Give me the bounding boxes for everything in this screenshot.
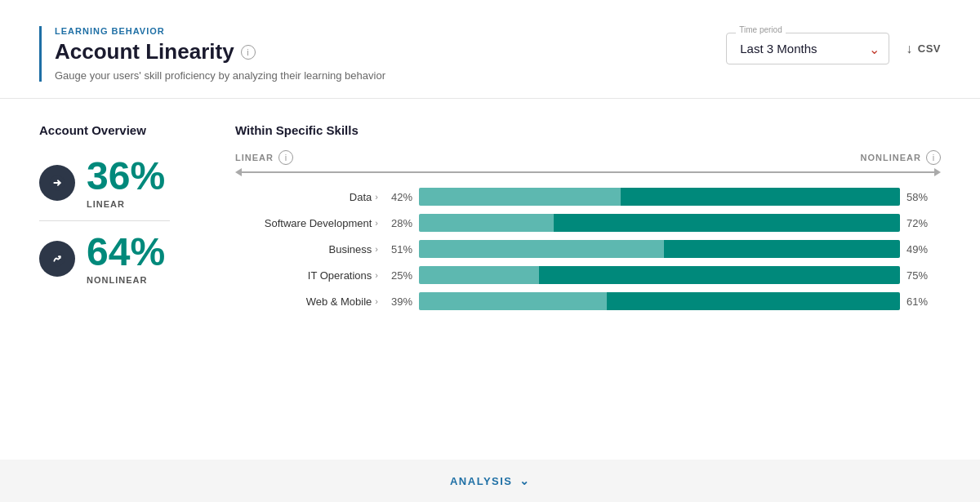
nonlinear-pct-0: 58% (906, 191, 941, 203)
nonlinear-pct-4: 61% (906, 295, 941, 308)
chart-axis-header: LINEAR i NONLINEAR i (235, 150, 941, 165)
skill-name-4: Web & Mobile (306, 295, 372, 308)
arrow-left-icon (235, 168, 242, 176)
title-info-icon[interactable]: i (241, 45, 256, 60)
nonlinear-pct-2: 49% (906, 243, 941, 255)
linear-pct-0: 42% (378, 191, 412, 203)
bar-linear-segment-3 (419, 266, 539, 284)
bar-linear-segment-0 (419, 188, 621, 206)
linear-label: LINEAR (87, 199, 165, 209)
header-right: Time period Last 3 Months Last Month Las… (726, 33, 941, 64)
nonlinear-icon (39, 241, 75, 277)
skill-name-1: Software Development (265, 217, 372, 229)
nonlinear-info-icon[interactable]: i (926, 150, 941, 165)
bar-nonlinear-segment-3 (539, 266, 900, 284)
page-container: LEARNING BEHAVIOR Account Linearity i Ga… (0, 0, 980, 502)
linear-metric-block: 36% LINEAR (39, 157, 203, 209)
csv-button[interactable]: ↓ CSV (906, 42, 941, 56)
nonlinear-metric-block: 64% NONLINEAR (39, 233, 203, 285)
time-period-select[interactable]: Last 3 Months Last Month Last 6 Months L… (726, 33, 889, 64)
csv-label: CSV (918, 42, 941, 55)
linear-pct-1: 28% (378, 217, 412, 229)
bar-linear-segment-4 (419, 292, 607, 310)
time-period-label: Time period (736, 25, 785, 34)
bar-chart: Data › 42% 58% Software Development › 28… (235, 188, 941, 310)
bar-label-0[interactable]: Data › (235, 191, 378, 203)
download-icon: ↓ (906, 42, 913, 56)
arrow-line-inner (242, 171, 934, 173)
bar-label-2[interactable]: Business › (235, 243, 378, 255)
axis-linear-label: LINEAR (235, 153, 274, 162)
bar-label-1[interactable]: Software Development › (235, 217, 378, 229)
nonlinear-pct-1: 72% (906, 217, 941, 229)
page-title-text: Account Linearity (55, 39, 234, 64)
linear-percentage: 36% (87, 157, 165, 196)
bar-nonlinear-segment-4 (607, 292, 900, 310)
metric-divider (39, 220, 170, 221)
bar-label-4[interactable]: Web & Mobile › (235, 295, 378, 308)
nonlinear-percentage: 64% (87, 233, 165, 272)
skills-panel: Within Specific Skills LINEAR i NONLINEA… (235, 123, 941, 318)
main-content: Account Overview 36% LINEAR (0, 99, 980, 318)
nonlinear-label: NONLINEAR (87, 275, 165, 285)
axis-nonlinear-label: NONLINEAR (861, 153, 921, 162)
bar-container-3 (419, 266, 900, 284)
skills-section-title: Within Specific Skills (235, 123, 941, 137)
bar-linear-segment-1 (419, 214, 554, 232)
bar-label-3[interactable]: IT Operations › (235, 269, 378, 282)
bar-nonlinear-segment-2 (664, 240, 900, 258)
page-subtitle: Gauge your users' skill proficiency by a… (55, 69, 385, 82)
analysis-label: ANALYSIS ⌄ (450, 474, 530, 487)
chevron-down-icon: ⌄ (519, 474, 531, 487)
bar-nonlinear-segment-1 (554, 214, 900, 232)
account-overview-panel: Account Overview 36% LINEAR (39, 123, 203, 318)
bar-container-1 (419, 214, 900, 232)
header-left: LEARNING BEHAVIOR Account Linearity i Ga… (39, 26, 385, 82)
axis-arrow-line (235, 168, 941, 176)
skill-name-3: IT Operations (308, 269, 372, 282)
linear-pct-2: 51% (378, 243, 412, 255)
axis-right-group: NONLINEAR i (861, 150, 941, 165)
bar-container-0 (419, 188, 900, 206)
bar-container-4 (419, 292, 900, 310)
bar-nonlinear-segment-0 (621, 188, 900, 206)
axis-left-group: LINEAR i (235, 150, 293, 165)
bar-row[interactable]: Business › 51% 49% (235, 240, 941, 258)
bar-container-2 (419, 240, 900, 258)
time-period-wrapper: Time period Last 3 Months Last Month Las… (726, 33, 889, 64)
skill-name-2: Business (329, 243, 372, 255)
arrow-right-icon (934, 168, 941, 176)
linear-pct-4: 39% (378, 295, 412, 308)
analysis-footer[interactable]: ANALYSIS ⌄ (0, 460, 980, 502)
bar-row[interactable]: Web & Mobile › 39% 61% (235, 292, 941, 310)
bar-row[interactable]: IT Operations › 25% 75% (235, 266, 941, 284)
linear-info-icon[interactable]: i (278, 150, 293, 165)
header: LEARNING BEHAVIOR Account Linearity i Ga… (0, 0, 980, 99)
category-label: LEARNING BEHAVIOR (55, 26, 385, 36)
linear-icon (39, 165, 75, 201)
nonlinear-pct-3: 75% (906, 269, 941, 282)
bar-row[interactable]: Software Development › 28% 72% (235, 214, 941, 232)
analysis-text: ANALYSIS (450, 475, 513, 487)
bar-linear-segment-2 (419, 240, 664, 258)
linear-pct-3: 25% (378, 269, 412, 282)
bar-row[interactable]: Data › 42% 58% (235, 188, 941, 206)
page-title-row: Account Linearity i (55, 39, 385, 64)
account-overview-title: Account Overview (39, 123, 203, 137)
skill-name-0: Data (350, 191, 372, 203)
